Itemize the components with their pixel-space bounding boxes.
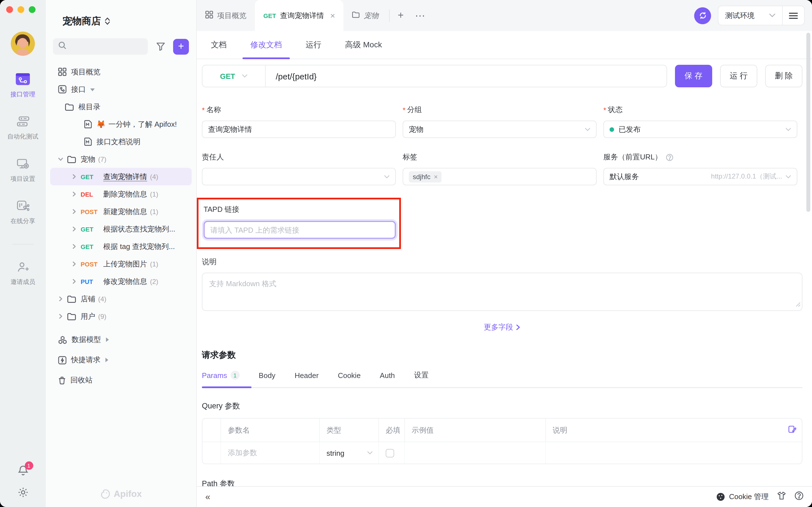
close-window-button[interactable]	[6, 6, 13, 13]
project-switcher[interactable]: 宠物商店	[63, 15, 196, 27]
param-type-select[interactable]: string	[319, 442, 378, 464]
run-button[interactable]: 运 行	[720, 65, 757, 87]
description-cell[interactable]	[545, 442, 802, 464]
col-example: 示例值	[404, 418, 545, 442]
tab-project-overview[interactable]: 项目概览	[197, 0, 255, 31]
tree-folder-pets[interactable]: 宠物 (7)	[46, 151, 196, 168]
owner-select[interactable]	[202, 168, 396, 185]
search-input[interactable]	[53, 38, 148, 55]
tab-params[interactable]: Params 1	[202, 370, 240, 380]
new-tab-button[interactable]: +	[392, 10, 409, 21]
folder-icon	[67, 313, 76, 320]
tree-endpoint-delete-pet[interactable]: DEL 删除宠物信息 (1)	[46, 185, 196, 203]
resize-handle-icon[interactable]	[796, 299, 801, 309]
tab-pets-folder[interactable]: 宠物	[344, 0, 387, 31]
trash-icon	[58, 376, 66, 385]
method-badge: GET	[81, 243, 103, 250]
tree-endpoint-update-pet[interactable]: PUT 修改宠物信息 (2)	[46, 273, 196, 290]
sidebar-item-label: 回收站	[70, 375, 93, 385]
chevron-right-icon	[58, 314, 63, 319]
bulk-edit-icon[interactable]	[788, 425, 796, 435]
rail-item-api-manage[interactable]: 接口管理	[10, 73, 35, 99]
proxy-capture-button[interactable]	[777, 491, 786, 503]
help-icon[interactable]	[666, 154, 673, 161]
rail-item-project-settings[interactable]: 项目设置	[10, 158, 35, 183]
name-input[interactable]: 查询宠物详情	[202, 121, 396, 138]
tree-doc-intro[interactable]: 🦊 一分钟，了解 Apifox!	[46, 115, 196, 133]
field-group: *分组 宠物	[403, 105, 597, 138]
description-textarea[interactable]	[202, 273, 802, 311]
tab-auth[interactable]: Auth	[380, 370, 395, 380]
method-badge: PUT	[81, 278, 103, 285]
status-bar: « Cookie 管理	[197, 486, 812, 507]
tab-header[interactable]: Header	[295, 370, 319, 380]
save-button[interactable]: 保 存	[675, 65, 712, 87]
api-box-icon	[58, 85, 66, 94]
settings-gear-button[interactable]	[17, 487, 29, 500]
tree-item-label: 新建宠物信息	[103, 207, 147, 217]
rail-item-automation[interactable]: 自动化测试	[7, 116, 38, 141]
tab-body[interactable]: Body	[259, 370, 275, 380]
tree-endpoint-upload-image[interactable]: POST 上传宠物图片 (1)	[46, 255, 196, 273]
tree-doc-readme[interactable]: 接口文档说明	[46, 133, 196, 151]
sidebar-item-quick-request[interactable]: 快捷请求	[46, 350, 196, 370]
tree-endpoint-find-by-tag[interactable]: GET 根据 tag 查找宠物列...	[46, 238, 196, 255]
example-cell[interactable]	[404, 442, 545, 464]
method-select[interactable]: GET	[202, 65, 266, 87]
group-select[interactable]: 宠物	[403, 121, 597, 138]
tab-cookie[interactable]: Cookie	[338, 370, 361, 380]
tab-more-button[interactable]: ⋯	[409, 9, 431, 22]
environment-selector[interactable]: 测试环境	[718, 10, 782, 20]
more-fields-link[interactable]: 更多字段	[202, 322, 802, 332]
tab-doc[interactable]: 文档	[211, 31, 227, 59]
tree-endpoint-find-by-status[interactable]: GET 根据状态查找宠物列...	[46, 220, 196, 238]
method-badge: POST	[81, 208, 103, 215]
status-select[interactable]: 已发布	[603, 121, 797, 138]
left-rail: 接口管理 自动化测试 项目设置 在线分享	[0, 0, 46, 507]
avatar[interactable]	[11, 32, 35, 56]
filter-button[interactable]	[153, 39, 168, 54]
ptab-label: 设置	[414, 370, 429, 380]
sync-button[interactable]	[694, 7, 711, 24]
sidebar-item-recycle-bin[interactable]: 回收站	[46, 370, 196, 390]
field-label: 服务（前置URL）	[603, 152, 662, 162]
sidebar-item-apis[interactable]: 接口	[46, 80, 196, 98]
close-icon[interactable]: ×	[330, 11, 335, 20]
tree-endpoint-get-pet-detail[interactable]: GET 查询宠物详情 (4)	[50, 168, 192, 185]
rail-item-invite[interactable]: 邀请成员	[10, 262, 35, 286]
tree-folder-root[interactable]: 根目录	[46, 98, 196, 115]
tags-input[interactable]: sdjhfc ×	[403, 168, 597, 185]
query-add-row: 添加参数 string	[202, 442, 802, 464]
cookie-manager-button[interactable]: Cookie 管理	[716, 492, 769, 502]
tree-endpoint-create-pet[interactable]: POST 新建宠物信息 (1)	[46, 203, 196, 220]
sidebar-item-data-models[interactable]: 数据模型	[46, 330, 196, 350]
add-new-button[interactable]: +	[173, 39, 189, 54]
vest-icon	[777, 491, 786, 500]
vertical-scrollbar[interactable]	[806, 33, 810, 212]
collapse-sidebar-button[interactable]: «	[205, 492, 210, 502]
notifications-button[interactable]: 1	[17, 465, 29, 478]
environment-menu-button[interactable]	[782, 6, 804, 25]
service-select[interactable]: 默认服务 http://127.0.0.1（测试...	[603, 168, 797, 185]
path-input[interactable]: /pet/{petId}	[266, 71, 317, 81]
remove-tag-icon[interactable]: ×	[434, 173, 438, 180]
tab-advanced-mock[interactable]: 高级 Mock	[345, 31, 382, 59]
sidebar-item-overview[interactable]: 项目概览	[46, 63, 196, 80]
tab-get-pet-detail[interactable]: GET 查询宠物详情 ×	[255, 0, 344, 31]
required-checkbox[interactable]	[386, 449, 394, 457]
zoom-window-button[interactable]	[29, 6, 36, 13]
tree-folder-store[interactable]: 店铺 (4)	[46, 290, 196, 307]
rail-item-label: 在线分享	[10, 217, 35, 225]
tab-edit-doc[interactable]: 修改文档	[250, 31, 282, 59]
tab-run[interactable]: 运行	[306, 31, 321, 59]
param-name-input[interactable]: 添加参数	[220, 442, 319, 464]
col-description-label: 说明	[553, 425, 567, 435]
delete-button[interactable]: 删 除	[765, 65, 802, 87]
tree-item-label: 店铺	[81, 294, 95, 304]
minimize-window-button[interactable]	[17, 6, 24, 13]
tree-folder-users[interactable]: 用户 (9)	[46, 307, 196, 325]
tapd-link-input[interactable]	[204, 221, 396, 239]
rail-item-online-share[interactable]: 在线分享	[10, 201, 35, 225]
help-button[interactable]	[795, 491, 804, 503]
tab-settings[interactable]: 设置	[414, 370, 429, 380]
